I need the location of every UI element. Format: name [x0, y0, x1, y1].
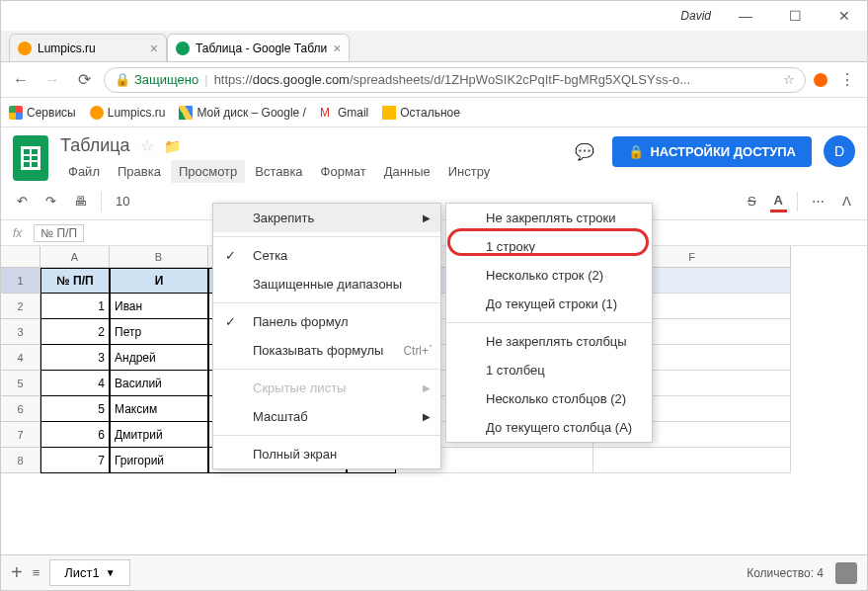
strikethrough-button[interactable]: S [744, 192, 760, 211]
sheet-tab[interactable]: Лист1▼ [49, 559, 129, 586]
star-icon[interactable]: ☆ [140, 136, 154, 155]
menu-item-label: Защищенные диапазоны [253, 277, 402, 292]
more-button[interactable]: ⋯ [808, 192, 829, 211]
reload-button[interactable]: ⟳ [72, 68, 96, 92]
menu-item-formulabar[interactable]: ✓Панель формул [213, 307, 440, 336]
row-header[interactable]: 5 [1, 371, 40, 396]
menu-file[interactable]: Файл [60, 160, 108, 183]
all-sheets-button[interactable]: ≡ [33, 565, 40, 580]
maximize-button[interactable]: ☐ [780, 6, 810, 26]
menu-insert[interactable]: Вставка [247, 160, 310, 183]
bookmark-other[interactable]: Остальное [382, 106, 460, 120]
back-button[interactable]: ← [9, 68, 33, 92]
forward-button[interactable]: → [40, 68, 64, 92]
share-label: НАСТРОЙКИ ДОСТУПА [650, 144, 796, 159]
menu-shortcut: Ctrl+` [383, 344, 433, 358]
cell[interactable]: 5 [40, 396, 110, 422]
print-button[interactable]: 🖶 [70, 192, 91, 211]
menu-edit[interactable]: Правка [110, 160, 169, 183]
share-button[interactable]: 🔒 НАСТРОЙКИ ДОСТУПА [612, 136, 812, 167]
menu-item-protected-ranges[interactable]: Защищенные диапазоны [213, 270, 440, 298]
tab-close-icon[interactable]: × [333, 41, 341, 56]
zoom-selector[interactable]: 10 [112, 192, 133, 211]
menu-item-freeze-n-rows[interactable]: Несколько строк (2) [446, 261, 652, 290]
os-username: David [680, 9, 711, 23]
menu-item-grid[interactable]: ✓Сетка [213, 241, 440, 270]
comments-button[interactable]: 💬 [569, 135, 600, 167]
col-header-b[interactable]: B [110, 246, 208, 268]
menu-item-zoom[interactable]: Масштаб▶ [213, 402, 440, 431]
browser-tab-sheets[interactable]: Таблица - Google Табли × [167, 34, 350, 61]
sheets-logo-icon[interactable] [13, 135, 48, 181]
address-bar: ← → ⟳ 🔒 Защищено | https://docs.google.c… [1, 62, 867, 98]
collapse-toolbar-button[interactable]: ᐱ [838, 192, 855, 211]
bookmark-gmail[interactable]: MGmail [320, 106, 368, 120]
menu-item-freeze-1-row[interactable]: 1 строку [446, 232, 652, 261]
undo-button[interactable]: ↶ [13, 192, 32, 211]
row-header[interactable]: 7 [1, 422, 40, 448]
document-header: Таблица ☆ 📁 Файл Правка Просмотр Вставка… [1, 127, 867, 183]
star-icon[interactable]: ☆ [783, 72, 795, 87]
secure-badge: 🔒 Защищено [115, 72, 198, 87]
row-header[interactable]: 2 [1, 294, 40, 319]
cell[interactable]: 1 [40, 294, 110, 319]
extension-icon[interactable] [814, 73, 828, 87]
cell[interactable]: 7 [40, 448, 110, 473]
bookmark-apps[interactable]: Сервисы [9, 106, 76, 120]
cell[interactable]: Петр [110, 319, 208, 345]
col-header-a[interactable]: A [40, 246, 110, 268]
cell[interactable]: Иван [110, 294, 208, 319]
menu-item-no-freeze-rows[interactable]: Не закреплять строки [446, 204, 652, 232]
row-header[interactable]: 6 [1, 396, 40, 422]
menu-data[interactable]: Данные [376, 160, 438, 183]
menu-item-freeze-1-col[interactable]: 1 столбец [446, 356, 652, 384]
select-all-corner[interactable] [1, 246, 40, 268]
menu-format[interactable]: Формат [313, 160, 374, 183]
menu-item-fullscreen[interactable]: Полный экран [213, 440, 440, 468]
menu-tools[interactable]: Инстру [440, 160, 499, 183]
omnibox[interactable]: 🔒 Защищено | https://docs.google.com/spr… [104, 67, 806, 93]
chevron-down-icon[interactable]: ▼ [106, 567, 116, 578]
row-header[interactable]: 8 [1, 448, 40, 473]
text-color-button[interactable]: A [770, 191, 787, 212]
menu-item-freeze-n-cols[interactable]: Несколько столбцов (2) [446, 384, 652, 413]
minimize-button[interactable]: — [731, 6, 760, 26]
menu-item-label: Несколько строк (2) [486, 268, 603, 283]
cell[interactable]: № П/П [40, 268, 110, 294]
formula-input[interactable]: № П/П [34, 224, 84, 242]
cell[interactable] [593, 448, 791, 473]
explore-button[interactable] [835, 562, 857, 584]
document-title[interactable]: Таблица [60, 135, 130, 156]
bookmark-drive[interactable]: Мой диск – Google / [179, 106, 306, 120]
cell[interactable]: Андрей [110, 345, 208, 371]
close-button[interactable]: ✕ [829, 6, 859, 26]
cell[interactable]: Василий [110, 371, 208, 396]
cell[interactable]: И [110, 268, 208, 294]
menu-button[interactable]: ⋮ [835, 68, 859, 92]
menu-item-show-formulas[interactable]: Показывать формулыCtrl+` [213, 336, 440, 365]
row-header[interactable]: 1 [1, 268, 40, 294]
menu-item-freeze[interactable]: Закрепить▶ [213, 204, 440, 232]
bookmark-lumpics[interactable]: Lumpics.ru [90, 106, 166, 120]
menu-item-no-freeze-cols[interactable]: Не закреплять столбцы [446, 327, 652, 356]
add-sheet-button[interactable]: + [11, 561, 23, 584]
avatar[interactable]: D [824, 135, 855, 167]
favicon-icon [176, 42, 190, 55]
folder-icon[interactable]: 📁 [164, 138, 181, 154]
browser-tab-lumpics[interactable]: Lumpics.ru × [9, 34, 167, 61]
cell[interactable]: Дмитрий [110, 422, 208, 448]
row-header[interactable]: 4 [1, 345, 40, 371]
row-header[interactable]: 3 [1, 319, 40, 345]
cell[interactable]: Максим [110, 396, 208, 422]
menu-view[interactable]: Просмотр [171, 160, 245, 183]
cell[interactable]: 3 [40, 345, 110, 371]
menu-item-freeze-to-current-row[interactable]: До текущей строки (1) [446, 290, 652, 318]
tab-close-icon[interactable]: × [150, 41, 158, 56]
menu-item-freeze-to-current-col[interactable]: До текущего столбца (A) [446, 413, 652, 442]
redo-button[interactable]: ↷ [41, 192, 60, 211]
bookmark-label: Остальное [400, 106, 460, 120]
cell[interactable]: 4 [40, 371, 110, 396]
cell[interactable]: 2 [40, 319, 110, 345]
cell[interactable]: 6 [40, 422, 110, 448]
cell[interactable]: Григорий [110, 448, 208, 473]
